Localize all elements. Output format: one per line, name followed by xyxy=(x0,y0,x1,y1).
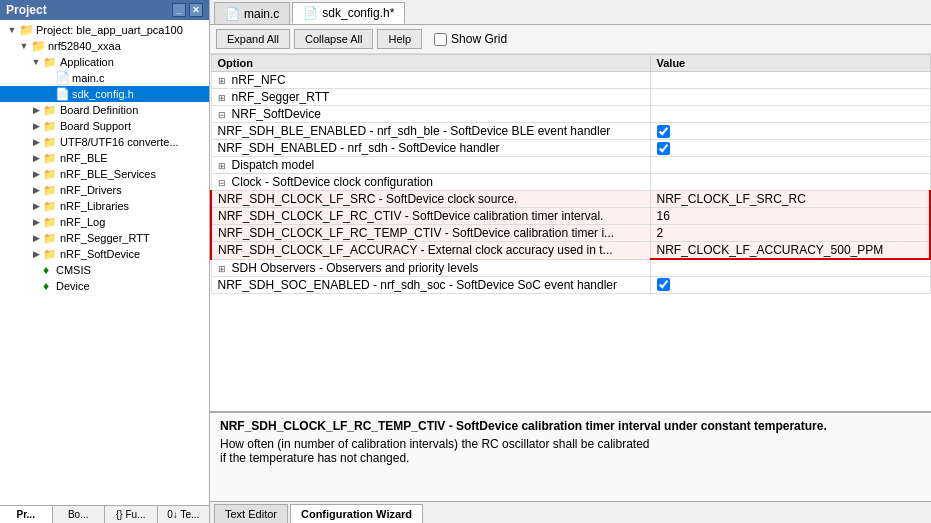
tree-label-board-support: Board Support xyxy=(60,120,131,132)
table-row: ⊞ nRF_NFC xyxy=(211,72,930,89)
row-soc-enabled-option[interactable]: NRF_SDH_SOC_ENABLED - nrf_sdh_soc - Soft… xyxy=(211,276,650,293)
row-clk-acc-value[interactable]: NRF_CLOCK_LF_ACCURACY_500_PPM xyxy=(650,242,930,260)
tree-item-nrf-ble-services[interactable]: ▶ 📁 nRF_BLE_Services xyxy=(0,166,209,182)
main-content: 📄 main.c 📄 sdk_config.h* Expand All Coll… xyxy=(210,0,931,523)
bottom-tab-text-editor[interactable]: Text Editor xyxy=(214,504,288,523)
tree-toggle-project[interactable]: ▼ xyxy=(6,24,18,36)
expand-all-button[interactable]: Expand All xyxy=(216,29,290,49)
tree-item-sdk-config[interactable]: 📄 sdk_config.h xyxy=(0,86,209,102)
row-clk-acc-val-text: NRF_CLOCK_LF_ACCURACY_500_PPM xyxy=(657,243,884,257)
expand-icon[interactable]: ⊟ xyxy=(218,178,226,188)
expand-icon[interactable]: ⊞ xyxy=(218,76,226,86)
tree-toggle-nrf-ble-services[interactable]: ▶ xyxy=(30,168,42,180)
tree-label-nrf-log: nRF_Log xyxy=(60,216,105,228)
expand-icon[interactable]: ⊞ xyxy=(218,264,226,274)
tab-main-c[interactable]: 📄 main.c xyxy=(214,2,290,24)
row-sdh-enabled-value[interactable] xyxy=(650,140,930,157)
tree-toggle-nrf-drivers[interactable]: ▶ xyxy=(30,184,42,196)
sidebar-tab-project[interactable]: Pr... xyxy=(0,506,53,523)
sdh-enabled-checkbox[interactable] xyxy=(657,142,670,155)
tree-toggle-board-def[interactable]: ▶ xyxy=(30,104,42,116)
row-sdh-observers-value xyxy=(650,259,930,276)
row-ble-enabled-value[interactable] xyxy=(650,123,930,140)
tab-sdk-config[interactable]: 📄 sdk_config.h* xyxy=(292,2,405,24)
tree-toggle-nrf-segger-rtt[interactable]: ▶ xyxy=(30,232,42,244)
table-row: NRF_SDH_CLOCK_LF_RC_TEMP_CTIV - SoftDevi… xyxy=(211,225,930,242)
tree-item-nrf-libraries[interactable]: ▶ 📁 nRF_Libraries xyxy=(0,198,209,214)
row-ble-enabled-option[interactable]: NRF_SDH_BLE_ENABLED - nrf_sdh_ble - Soft… xyxy=(211,123,650,140)
sidebar: Project _ ✕ ▼ 📁 Project: ble_app_uart_pc… xyxy=(0,0,210,523)
sidebar-tab-books[interactable]: Bo... xyxy=(53,506,106,523)
tree-toggle-sdk-config xyxy=(46,88,54,100)
tree-label-device: nrf52840_xxaa xyxy=(48,40,121,52)
row-clk-ctiv-option[interactable]: NRF_SDH_CLOCK_LF_RC_CTIV - SoftDevice ca… xyxy=(211,208,650,225)
tree-item-main-c[interactable]: 📄 main.c xyxy=(0,70,209,86)
expand-icon[interactable]: ⊞ xyxy=(218,93,226,103)
tree-item-cmsis[interactable]: ♦ CMSIS xyxy=(0,262,209,278)
sidebar-tab-functions[interactable]: {} Fu... xyxy=(105,506,158,523)
bottom-tab-config-wizard[interactable]: Configuration Wizard xyxy=(290,504,423,523)
row-nrf-nfc-option[interactable]: ⊞ nRF_NFC xyxy=(211,72,650,89)
tree-item-nrf-segger-rtt[interactable]: ▶ 📁 nRF_Segger_RTT xyxy=(0,230,209,246)
tree-toggle-nrf-libraries[interactable]: ▶ xyxy=(30,200,42,212)
tree-item-board-definition[interactable]: ▶ 📁 Board Definition xyxy=(0,102,209,118)
tree-item-device[interactable]: ♦ Device xyxy=(0,278,209,294)
tree-toggle-nrf-ble[interactable]: ▶ xyxy=(30,152,42,164)
table-row: ⊞ SDH Observers - Observers and priority… xyxy=(211,259,930,276)
table-row: NRF_SDH_CLOCK_LF_ACCURACY - External clo… xyxy=(211,242,930,260)
tree-item-board-support[interactable]: ▶ 📁 Board Support xyxy=(0,118,209,134)
soc-enabled-checkbox[interactable] xyxy=(657,278,670,291)
row-sdh-enabled-option[interactable]: NRF_SDH_ENABLED - nrf_sdh - SoftDevice h… xyxy=(211,140,650,157)
tree-label-main-c: main.c xyxy=(72,72,104,84)
row-clk-temp-option[interactable]: NRF_SDH_CLOCK_LF_RC_TEMP_CTIV - SoftDevi… xyxy=(211,225,650,242)
row-dispatch-value xyxy=(650,157,930,174)
help-button[interactable]: Help xyxy=(377,29,422,49)
tree-item-project-root[interactable]: ▼ 📁 Project: ble_app_uart_pca100 xyxy=(0,22,209,38)
collapse-all-button[interactable]: Collapse All xyxy=(294,29,373,49)
row-clk-temp-label: NRF_SDH_CLOCK_LF_RC_TEMP_CTIV - SoftDevi… xyxy=(218,226,614,240)
table-row: ⊞ nRF_Segger_RTT xyxy=(211,89,930,106)
table-row: NRF_SDH_ENABLED - nrf_sdh - SoftDevice h… xyxy=(211,140,930,157)
sidebar-tab-templates[interactable]: 0↓ Te... xyxy=(158,506,210,523)
tree-toggle-utf[interactable]: ▶ xyxy=(30,136,42,148)
row-nrf-softdevice-value xyxy=(650,106,930,123)
sidebar-minimize-icon[interactable]: _ xyxy=(172,3,186,17)
row-clk-src-value[interactable]: NRF_CLOCK_LF_SRC_RC xyxy=(650,191,930,208)
tree-item-nrf-drivers[interactable]: ▶ 📁 nRF_Drivers xyxy=(0,182,209,198)
tree-item-application[interactable]: ▼ 📁 Application xyxy=(0,54,209,70)
tree-toggle-board-support[interactable]: ▶ xyxy=(30,120,42,132)
tree-item-utf[interactable]: ▶ 📁 UTF8/UTF16 converte... xyxy=(0,134,209,150)
row-clk-temp-value[interactable]: 2 xyxy=(650,225,930,242)
row-clk-acc-option[interactable]: NRF_SDH_CLOCK_LF_ACCURACY - External clo… xyxy=(211,242,650,260)
tree-toggle-application[interactable]: ▼ xyxy=(30,56,42,68)
ble-enabled-checkbox[interactable] xyxy=(657,125,670,138)
row-clk-src-option[interactable]: NRF_SDH_CLOCK_LF_SRC - SoftDevice clock … xyxy=(211,191,650,208)
expand-icon[interactable]: ⊞ xyxy=(218,161,226,171)
row-sdh-observers-option[interactable]: ⊞ SDH Observers - Observers and priority… xyxy=(211,259,650,276)
row-dispatch-option[interactable]: ⊞ Dispatch model xyxy=(211,157,650,174)
tree-item-nrf-log[interactable]: ▶ 📁 nRF_Log xyxy=(0,214,209,230)
tree-item-nrf-ble[interactable]: ▶ 📁 nRF_BLE xyxy=(0,150,209,166)
sidebar-tree: ▼ 📁 Project: ble_app_uart_pca100 ▼ 📁 nrf… xyxy=(0,20,209,505)
sidebar-close-icon[interactable]: ✕ xyxy=(189,3,203,17)
expand-icon[interactable]: ⊟ xyxy=(218,110,226,120)
tree-toggle-device[interactable]: ▼ xyxy=(18,40,30,52)
tree-label-sdk-config: sdk_config.h xyxy=(72,88,134,100)
row-clock-option[interactable]: ⊟ Clock - SoftDevice clock configuration xyxy=(211,174,650,191)
tree-item-device-root[interactable]: ▼ 📁 nrf52840_xxaa xyxy=(0,38,209,54)
tree-item-nrf-softdevice[interactable]: ▶ 📁 nRF_SoftDevice xyxy=(0,246,209,262)
device-gem-icon: ♦ xyxy=(38,279,54,293)
row-ble-enabled-label: NRF_SDH_BLE_ENABLED - nrf_sdh_ble - Soft… xyxy=(218,124,611,138)
tree-toggle-nrf-log[interactable]: ▶ xyxy=(30,216,42,228)
row-nrf-softdevice-option[interactable]: ⊟ NRF_SoftDevice xyxy=(211,106,650,123)
row-clk-ctiv-value[interactable]: 16 xyxy=(650,208,930,225)
row-nrf-nfc-value xyxy=(650,72,930,89)
row-soc-enabled-value[interactable] xyxy=(650,276,930,293)
cmsis-gem-icon: ♦ xyxy=(38,263,54,277)
row-soc-enabled-label: NRF_SDH_SOC_ENABLED - nrf_sdh_soc - Soft… xyxy=(218,278,618,292)
show-grid-checkbox[interactable] xyxy=(434,33,447,46)
row-nrf-segger-option[interactable]: ⊞ nRF_Segger_RTT xyxy=(211,89,650,106)
tab-sdk-config-label: sdk_config.h* xyxy=(322,6,394,20)
row-clk-acc-label: NRF_SDH_CLOCK_LF_ACCURACY - External clo… xyxy=(218,243,613,257)
tree-toggle-nrf-softdevice[interactable]: ▶ xyxy=(30,248,42,260)
